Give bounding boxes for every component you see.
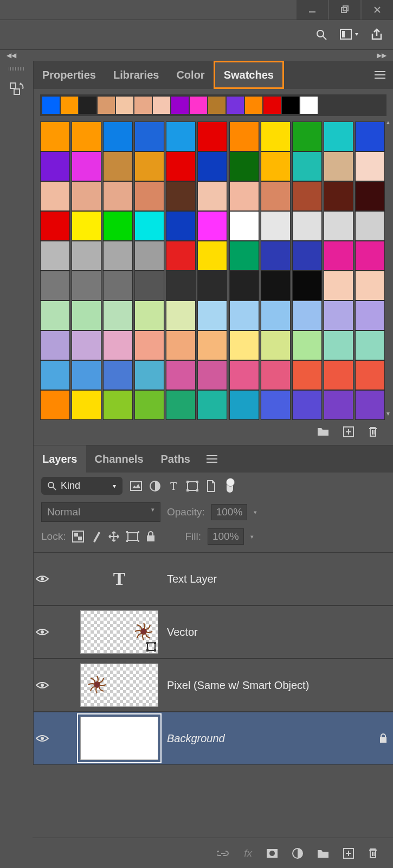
visibility-toggle[interactable] [36,734,72,743]
recent-swatch[interactable] [300,97,318,114]
swatch[interactable] [134,211,164,241]
swatch[interactable] [355,301,385,330]
swatch[interactable] [72,271,101,301]
swatch[interactable] [229,122,259,151]
filter-adjustment-icon[interactable] [150,481,160,492]
swatch[interactable] [324,301,353,330]
folder-icon[interactable] [317,426,329,437]
filter-type-icon[interactable]: T [168,481,179,492]
layer-name[interactable]: Vector [167,626,198,639]
swatch[interactable] [134,122,164,151]
swatch[interactable] [72,330,101,360]
swatch[interactable] [292,330,322,360]
swatch[interactable] [40,390,70,420]
swatch[interactable] [261,241,291,271]
close-button[interactable] [362,0,393,20]
collapse-right-icon[interactable]: ▶▶ [377,52,386,59]
swatch[interactable] [166,241,196,271]
layer-thumbnail[interactable] [80,717,158,760]
lock-image-icon[interactable] [91,531,101,542]
swatch[interactable] [261,301,291,330]
fill-value[interactable]: 100% [208,528,244,545]
swatch[interactable] [40,151,70,181]
swatch[interactable] [72,301,101,330]
swatch[interactable] [324,151,353,181]
new-layer-icon[interactable] [343,848,354,859]
layer-thumbnail[interactable] [80,610,158,654]
panel-menu-icon[interactable] [367,71,393,79]
swatch[interactable] [292,241,322,271]
swatch[interactable] [197,330,227,360]
swatch[interactable] [103,330,133,360]
recent-swatch[interactable] [61,97,78,114]
recent-swatch[interactable] [42,97,60,114]
swatch[interactable] [40,211,70,241]
swatch[interactable] [134,390,164,420]
swatch[interactable] [229,301,259,330]
swatch[interactable] [103,122,133,151]
swatch[interactable] [355,390,385,420]
swatch[interactable] [355,360,385,390]
opacity-value[interactable]: 100% [211,504,248,520]
lock-position-icon[interactable] [108,531,120,542]
swatch[interactable] [324,181,353,211]
swatch[interactable] [261,151,291,181]
swatch[interactable] [134,181,164,211]
visibility-toggle[interactable] [36,681,72,690]
swatch[interactable] [134,360,164,390]
swatch[interactable] [324,241,353,271]
swatch[interactable] [355,241,385,271]
swatch[interactable] [292,181,322,211]
fill-dropdown-icon[interactable]: ▾ [250,533,254,540]
swatch[interactable] [40,330,70,360]
swatch[interactable] [261,211,291,241]
minimize-button[interactable] [297,0,328,20]
swatch[interactable] [261,122,291,151]
swatch[interactable] [134,271,164,301]
swatch[interactable] [103,301,133,330]
swatch[interactable] [324,330,353,360]
share-icon[interactable] [370,28,383,41]
swatch[interactable] [40,360,70,390]
swatch[interactable] [292,301,322,330]
mask-icon[interactable] [266,848,278,858]
tab-channels[interactable]: Channels [86,445,152,473]
swatch[interactable] [197,390,227,420]
tab-swatches[interactable]: Swatches [214,61,284,89]
swatch[interactable] [40,271,70,301]
recent-swatch[interactable] [227,97,244,114]
layer-row[interactable]: Vector [34,605,393,659]
recent-swatch[interactable] [190,97,207,114]
swatch[interactable] [324,211,353,241]
recent-swatch[interactable] [134,97,152,114]
layer-name[interactable]: Pixel (Same w/ Smart Object) [167,679,309,692]
swatch[interactable] [134,241,164,271]
swatch[interactable] [72,151,101,181]
adjustment-icon[interactable] [292,848,303,859]
lock-transparency-icon[interactable] [72,531,84,542]
recent-swatch[interactable] [171,97,189,114]
recent-swatch[interactable] [245,97,262,114]
maximize-button[interactable] [329,0,360,20]
swatch[interactable] [261,271,291,301]
lock-artboard-icon[interactable] [126,531,139,542]
swatch[interactable] [292,151,322,181]
recent-swatch[interactable] [98,97,115,114]
layer-row[interactable]: TText Layer [34,552,393,605]
swatch[interactable] [292,271,322,301]
swatch[interactable] [103,151,133,181]
tab-libraries[interactable]: Libraries [105,61,167,89]
swatch[interactable] [197,241,227,271]
swatch[interactable] [40,241,70,271]
swatch[interactable] [166,181,196,211]
swatch[interactable] [134,330,164,360]
swatch[interactable] [292,122,322,151]
swatch[interactable] [72,122,101,151]
swatch[interactable] [229,241,259,271]
swatch[interactable] [40,122,70,151]
filter-shape-icon[interactable] [186,481,198,492]
layer-thumbnail[interactable]: T [80,569,158,589]
swatch[interactable] [103,271,133,301]
search-icon[interactable] [315,28,328,41]
swatch[interactable] [72,360,101,390]
